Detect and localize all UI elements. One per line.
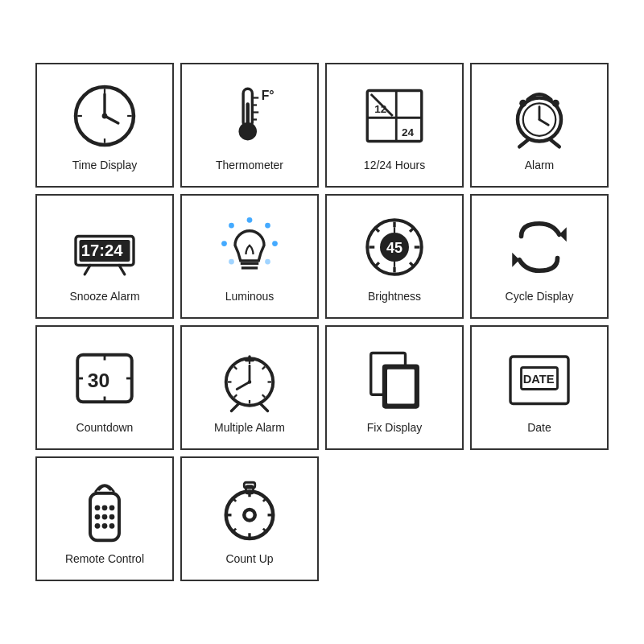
snooze-alarm-item[interactable]: 17:24 Snooze Alarm: [35, 194, 174, 319]
cycle-display-label: Cycle Display: [506, 290, 574, 303]
row-3: 30 Countdown: [35, 325, 609, 450]
thermometer-label: Thermometer: [216, 159, 283, 171]
svg-point-41: [229, 258, 234, 264]
svg-point-96: [109, 522, 115, 528]
fix-display-item[interactable]: Fix Display: [325, 325, 464, 450]
svg-point-29: [552, 99, 559, 106]
snooze-alarm-icon: 17:24: [68, 211, 141, 283]
svg-point-92: [102, 514, 108, 519]
count-up-item[interactable]: Count Up: [180, 456, 319, 581]
brightness-label: Brightness: [368, 290, 421, 303]
cycle-display-item[interactable]: Cycle Display: [470, 194, 609, 319]
svg-point-37: [247, 217, 253, 222]
svg-point-90: [109, 505, 115, 510]
hours-1224-icon: 12 24: [358, 80, 431, 152]
svg-line-50: [410, 262, 414, 266]
svg-point-42: [221, 241, 227, 246]
fix-display-label: Fix Display: [367, 421, 422, 434]
date-icon: DATE: [503, 342, 576, 415]
svg-line-49: [375, 228, 379, 232]
svg-line-52: [375, 262, 379, 266]
alarm-icon: [503, 80, 576, 152]
countdown-icon: 30: [68, 342, 141, 415]
svg-point-91: [95, 514, 101, 519]
count-up-icon: [213, 473, 286, 546]
svg-line-80: [261, 403, 268, 411]
svg-line-74: [262, 394, 265, 397]
date-label: Date: [527, 421, 551, 434]
countdown-item[interactable]: 30 Countdown: [35, 325, 174, 450]
row-4: Remote Control: [35, 456, 609, 581]
svg-point-39: [272, 241, 278, 246]
cycle-display-icon: [503, 211, 576, 283]
luminous-label: Luminous: [225, 290, 275, 303]
count-up-label: Count Up: [225, 552, 273, 565]
svg-point-43: [229, 222, 234, 228]
multiple-alarm-icon: [213, 342, 286, 415]
svg-line-79: [232, 403, 239, 411]
countdown-label: Countdown: [76, 421, 134, 434]
row-1: Time Display F°: [35, 63, 609, 188]
svg-text:30: 30: [88, 369, 110, 391]
brightness-item[interactable]: 45 Brightness: [325, 194, 464, 319]
svg-line-25: [539, 119, 548, 125]
svg-point-95: [102, 522, 108, 528]
remote-control-label: Remote Control: [65, 552, 144, 565]
svg-text:F°: F°: [262, 88, 275, 101]
svg-point-88: [95, 505, 101, 510]
svg-line-75: [262, 366, 265, 369]
svg-point-10: [239, 122, 258, 140]
snooze-alarm-label: Snooze Alarm: [69, 290, 139, 303]
svg-line-51: [410, 228, 414, 232]
time-display-icon: [68, 80, 141, 152]
svg-point-38: [265, 222, 270, 228]
alarm-item[interactable]: Alarm: [470, 63, 609, 188]
svg-text:45: 45: [386, 239, 402, 255]
svg-point-28: [519, 99, 526, 106]
svg-text:DATE: DATE: [523, 372, 555, 385]
time-display-item[interactable]: Time Display: [35, 63, 174, 188]
hours-1224-label: 12/24 Hours: [364, 159, 425, 171]
svg-text:17:24: 17:24: [81, 242, 124, 259]
luminous-icon: [213, 211, 286, 283]
svg-rect-83: [387, 369, 415, 403]
multiple-alarm-label: Multiple Alarm: [214, 421, 285, 434]
remote-control-icon: [68, 473, 141, 546]
svg-line-27: [551, 139, 559, 147]
alarm-label: Alarm: [525, 159, 555, 171]
svg-text:24: 24: [402, 126, 415, 138]
feature-grid: Time Display F°: [19, 47, 625, 597]
svg-line-76: [234, 394, 237, 397]
svg-text:12: 12: [374, 102, 386, 114]
multiple-alarm-item[interactable]: Multiple Alarm: [180, 325, 319, 450]
svg-point-89: [102, 505, 108, 510]
row-2: 17:24 Snooze Alarm: [35, 194, 609, 319]
svg-point-94: [95, 522, 101, 528]
thermometer-icon: F°: [213, 80, 286, 152]
time-display-label: Time Display: [72, 159, 137, 171]
remote-control-item[interactable]: Remote Control: [35, 456, 174, 581]
svg-point-40: [265, 258, 270, 264]
svg-point-99: [246, 511, 254, 518]
svg-marker-58: [512, 252, 519, 266]
svg-line-3: [105, 116, 118, 123]
hours-1224-item[interactable]: 12 24 12/24 Hours: [325, 63, 464, 188]
svg-line-73: [234, 366, 237, 369]
luminous-item[interactable]: Luminous: [180, 194, 319, 319]
thermometer-item[interactable]: F° Thermometer: [180, 63, 319, 188]
date-item[interactable]: DATE Date: [470, 325, 609, 450]
svg-line-68: [237, 382, 250, 389]
brightness-icon: 45: [358, 211, 431, 283]
svg-line-26: [519, 139, 528, 147]
fix-display-icon: [358, 342, 431, 415]
svg-marker-57: [559, 227, 567, 242]
svg-point-93: [109, 514, 115, 519]
